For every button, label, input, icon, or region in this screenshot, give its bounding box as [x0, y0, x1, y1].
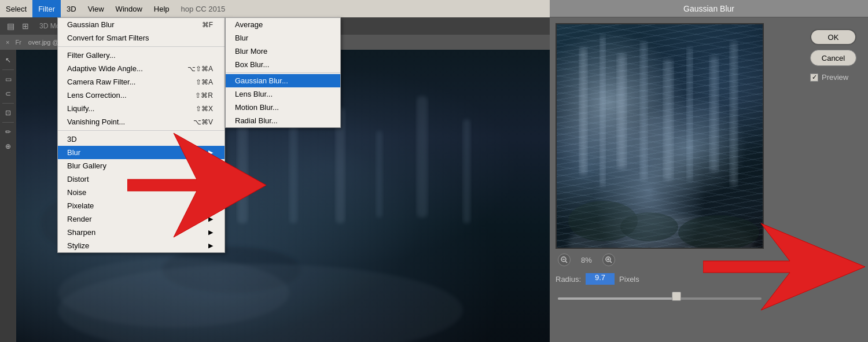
submenu-blur[interactable]: Blur [226, 31, 340, 45]
radius-input[interactable]: 9.7 [586, 273, 615, 285]
menu-pixelate[interactable]: Pixelate ▶ [58, 199, 225, 212]
dialog-title-text: Gaussian Blur [683, 4, 734, 13]
svg-rect-15 [580, 47, 587, 175]
move-tool[interactable]: ↖ [1, 53, 15, 67]
menu-camera-raw[interactable]: Camera Raw Filter... ⇧⌘A [58, 75, 225, 89]
svg-rect-18 [641, 42, 647, 181]
tool-divider-3 [2, 122, 14, 123]
blur-submenu: Average Blur Blur More Box Blur... Gauss… [225, 17, 341, 128]
tool-icon-2: ⊞ [20, 20, 31, 32]
slider-track [558, 297, 762, 300]
submenu-average[interactable]: Average [226, 18, 340, 31]
tool-divider-1 [2, 69, 14, 70]
menu-3d[interactable]: 3D [61, 0, 82, 17]
preview-checkbox[interactable]: ✓ [810, 73, 818, 82]
menu-sharpen[interactable]: Sharpen ▶ [58, 226, 225, 239]
svg-point-13 [58, 258, 289, 328]
zoom-out-icon [561, 256, 568, 263]
marquee-tool[interactable]: ▭ [1, 72, 15, 86]
preview-row: ✓ Preview [810, 73, 856, 82]
menu-liquify[interactable]: Liquify... ⇧⌘X [58, 102, 225, 115]
menu-convert-smart[interactable]: Convert for Smart Filters [58, 31, 225, 45]
submenu-motion-blur[interactable]: Motion Blur... [226, 101, 340, 114]
svg-rect-7 [289, 125, 297, 223]
lasso-tool[interactable]: ⊂ [1, 87, 15, 101]
svg-rect-16 [600, 36, 605, 186]
zoom-value: 8% [576, 256, 597, 264]
left-toolbox: ↖ ▭ ⊂ ⊡ ✏ ⊕ [0, 50, 16, 342]
submenu-blur-more[interactable]: Blur More [226, 45, 340, 58]
menu-window[interactable]: Window [110, 0, 148, 17]
svg-line-29 [565, 261, 567, 263]
svg-rect-22 [730, 42, 737, 186]
menu-gaussian-blur-recent[interactable]: Gaussian Blur ⌘F [58, 18, 225, 31]
tool-divider-2 [2, 103, 14, 104]
svg-rect-20 [687, 47, 693, 181]
tool-icon-1: ▤ [5, 20, 16, 32]
menu-distort[interactable]: Distort ▶ [58, 172, 225, 186]
tab-close: × [2, 39, 13, 46]
app-version: hop CC 2015 [181, 5, 226, 13]
svg-rect-9 [376, 131, 382, 218]
menu-noise[interactable]: Noise ▶ [58, 186, 225, 199]
dialog-buttons-panel: OK Cancel ✓ Preview [810, 23, 862, 336]
menu-lens-correction[interactable]: Lens Correction... ⇧⌘R [58, 89, 225, 102]
photoshop-panel: Select Filter 3D View Window Help hop CC… [0, 0, 550, 342]
svg-point-26 [620, 212, 678, 241]
menu-blur-gallery[interactable]: Blur Gallery [58, 159, 225, 172]
zoom-in-button[interactable] [602, 253, 615, 266]
dialog-titlebar: Gaussian Blur [550, 0, 868, 17]
zoom-controls: 8% [556, 253, 804, 266]
menu-filter-gallery[interactable]: Filter Gallery... [58, 49, 225, 62]
filter-menu: Gaussian Blur ⌘F Convert for Smart Filte… [57, 17, 225, 253]
dialog-body: 8% Radius: 9.7 Pixels [550, 17, 868, 342]
menu-stylize[interactable]: Stylize ▶ [58, 239, 225, 252]
radius-slider[interactable] [556, 294, 764, 303]
zoom-in-icon [605, 256, 612, 263]
brush-tool[interactable]: ✏ [1, 125, 15, 139]
menu-vanishing-point[interactable]: Vanishing Point... ⌥⌘V [58, 115, 225, 128]
menu-3d[interactable]: 3D [58, 133, 225, 146]
preview-waterfall-svg [557, 24, 763, 248]
svg-rect-10 [417, 96, 428, 218]
tab-name[interactable]: Fr [13, 39, 23, 46]
slider-fill [558, 297, 680, 300]
preview-area: 8% Radius: 9.7 Pixels [556, 23, 804, 336]
gaussian-blur-dialog: Gaussian Blur [550, 0, 868, 342]
svg-rect-21 [710, 56, 718, 172]
menu-sep-1 [58, 46, 225, 47]
menu-select[interactable]: Select [0, 0, 32, 17]
clone-tool[interactable]: ⊕ [1, 139, 15, 153]
radius-row: Radius: 9.7 Pixels [556, 271, 804, 287]
menu-sep-2 [58, 130, 225, 131]
cancel-button[interactable]: Cancel [810, 50, 856, 66]
svg-rect-11 [463, 119, 470, 223]
submenu-lens-blur[interactable]: Lens Blur... [226, 87, 340, 101]
svg-rect-17 [617, 53, 626, 169]
svg-rect-19 [664, 59, 673, 181]
menu-blur[interactable]: Blur ▶ [58, 146, 225, 159]
ok-button[interactable]: OK [810, 29, 856, 45]
menu-filter[interactable]: Filter [32, 0, 61, 17]
preview-image[interactable] [556, 23, 764, 249]
preview-label: Preview [822, 73, 848, 82]
svg-line-33 [610, 261, 612, 263]
menu-help[interactable]: Help [148, 0, 175, 17]
radius-label: Radius: [556, 275, 581, 284]
zoom-out-button[interactable] [558, 253, 571, 266]
svg-rect-6 [237, 113, 248, 223]
menu-render[interactable]: Render ▶ [58, 212, 225, 226]
submenu-box-blur[interactable]: Box Blur... [226, 58, 340, 71]
slider-thumb[interactable] [672, 292, 681, 301]
crop-tool[interactable]: ⊡ [1, 106, 15, 120]
submenu-gaussian-blur[interactable]: Gaussian Blur... [226, 74, 340, 87]
menu-adaptive-wide[interactable]: Adaptive Wide Angle... ⌥⇧⌘A [58, 62, 225, 75]
menubar: Select Filter 3D View Window Help hop CC… [0, 0, 550, 17]
submenu-radial-blur[interactable]: Radial Blur... [226, 114, 340, 127]
submenu-sep [226, 72, 340, 73]
menu-view[interactable]: View [82, 0, 110, 17]
pixels-label: Pixels [619, 275, 639, 284]
